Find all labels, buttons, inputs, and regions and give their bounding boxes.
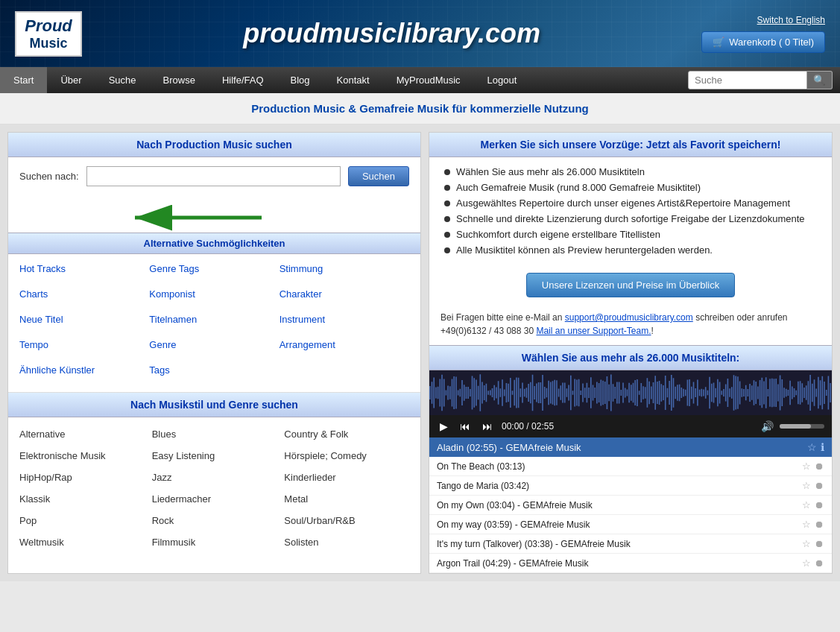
genre-hiphop[interactable]: HipHop/Rap xyxy=(19,472,145,483)
search-row: Suchen nach: Suchen xyxy=(8,157,420,195)
track-play-icon[interactable]: ⏺ xyxy=(815,519,824,530)
play-button[interactable]: ▶ xyxy=(437,419,451,434)
track-star-icon[interactable]: ☆ xyxy=(802,499,811,511)
genre-jazz[interactable]: Jazz xyxy=(152,472,277,483)
top-right-area: Switch to English 🛒 Warenkorb ( 0 Titel) xyxy=(701,15,825,53)
support-email-link[interactable]: support@proudmusiclibrary.com xyxy=(565,312,693,323)
nav-search-button[interactable]: 🔍 xyxy=(807,71,833,89)
feature-item: Alle Musiktitel können als Preview herun… xyxy=(444,244,817,256)
link-genre[interactable]: Genre xyxy=(149,338,279,352)
nav-logout[interactable]: Logout xyxy=(474,67,531,93)
features-title: Merken Sie sich unsere Vorzüge: Jetzt al… xyxy=(429,133,832,157)
link-charakter[interactable]: Charakter xyxy=(280,287,409,301)
feature-item: Suchkomfort durch eigene erstellbare Tit… xyxy=(444,229,817,240)
nav-hilfe[interactable]: Hilfe/FAQ xyxy=(209,67,277,93)
genre-weltmusik[interactable]: Weltmusik xyxy=(19,537,145,548)
genre-blues[interactable]: Blues xyxy=(152,429,277,440)
cart-icon: 🛒 xyxy=(713,37,724,48)
track-star-icon[interactable]: ☆ xyxy=(802,519,811,530)
switch-language-link[interactable]: Switch to English xyxy=(757,15,825,25)
support-team-link[interactable]: Mail an unser Support-Team. xyxy=(536,326,651,336)
track-play-icon[interactable]: ⏺ xyxy=(815,499,824,511)
link-charts[interactable]: Charts xyxy=(19,287,149,301)
link-tags[interactable]: Tags xyxy=(149,363,279,377)
nav-search-area: 🔍 xyxy=(680,67,840,93)
track-star-icon[interactable]: ☆ xyxy=(802,538,811,549)
track-label: Tango de Maria (03:42) xyxy=(437,481,529,491)
link-hot-tracks[interactable]: Hot Tracks xyxy=(19,262,149,276)
license-overview-button[interactable]: Unsere Lizenzen und Preise im Überblick xyxy=(526,273,735,297)
link-neue-titel[interactable]: Neue Titel xyxy=(19,312,149,326)
genre-grid: Alternative Blues Country & Folk Elektro… xyxy=(8,417,420,559)
main-content: Nach Production Music suchen Suchen nach… xyxy=(0,124,840,581)
nav-myproudmusic[interactable]: MyProudMusic xyxy=(383,67,474,93)
nav-search-input[interactable] xyxy=(688,71,807,89)
genre-solisten[interactable]: Solisten xyxy=(284,537,409,548)
main-search-button[interactable]: Suchen xyxy=(348,166,409,186)
time-display: 00:00 / 02:55 xyxy=(502,421,554,432)
subheader: Production Music & Gemafreie Musik für k… xyxy=(0,93,840,124)
link-titelnamen[interactable]: Titelnamen xyxy=(149,312,279,326)
genre-klassik[interactable]: Klassik xyxy=(19,493,145,505)
genre-metal[interactable]: Metal xyxy=(284,493,409,505)
main-search-input[interactable] xyxy=(86,166,341,186)
track-item: On my Own (03:04) - GEMAfreie Musik ☆ ⏺ xyxy=(429,496,832,515)
prev-button[interactable]: ⏮ xyxy=(457,419,473,434)
link-arrangement[interactable]: Arrangement xyxy=(280,338,409,352)
logo-proud: Proud xyxy=(24,16,73,36)
track-label: It's my turn (Talkover) (03:38) - GEMAfr… xyxy=(437,539,631,549)
track-play-icon[interactable]: ⏺ xyxy=(815,480,824,491)
alt-col-1: Hot Tracks Charts Neue Titel Tempo Ähnli… xyxy=(19,262,149,377)
track-label: On my Own (03:04) - GEMAfreie Musik xyxy=(437,500,593,511)
genre-horspiele[interactable]: Hörspiele; Comedy xyxy=(284,450,409,461)
nav-kontakt[interactable]: Kontakt xyxy=(323,67,383,93)
info-icon[interactable]: ℹ xyxy=(821,441,824,453)
top-bar: Proud Music proudmusiclibrary.com Switch… xyxy=(0,0,840,67)
cart-label: Warenkorb ( 0 Titel) xyxy=(729,37,814,48)
track-star-icon[interactable]: ☆ xyxy=(802,557,811,569)
genre-kinderlieder[interactable]: Kinderlieder xyxy=(284,472,409,483)
nav-start[interactable]: Start xyxy=(0,67,47,93)
genre-alternative[interactable]: Alternative xyxy=(19,429,145,440)
link-ahnliche-kunstler[interactable]: Ähnliche Künstler xyxy=(19,363,149,377)
player-controls: ▶ ⏮ ⏭ 00:00 / 02:55 🔊 xyxy=(429,415,832,437)
volume-bar[interactable] xyxy=(780,424,824,429)
left-panel: Nach Production Music suchen Suchen nach… xyxy=(7,132,421,574)
track-play-icon[interactable]: ⏺ xyxy=(815,557,824,569)
feature-item: Schnelle und direkte Lizenzierung durch … xyxy=(444,213,817,224)
nav-browse[interactable]: Browse xyxy=(150,67,209,93)
link-instrument[interactable]: Instrument xyxy=(280,312,409,326)
genre-pop[interactable]: Pop xyxy=(19,515,145,526)
music-section-title: Wählen Sie aus mehr als 26.000 Musiktite… xyxy=(429,345,832,370)
track-item-actions: ☆ ⏺ xyxy=(802,519,824,530)
nav-suche[interactable]: Suche xyxy=(95,67,150,93)
volume-icon: 🔊 xyxy=(761,420,774,432)
green-arrow-icon xyxy=(113,203,262,233)
track-star-icon[interactable]: ☆ xyxy=(802,480,811,491)
genre-elektronische[interactable]: Elektronische Musik xyxy=(19,450,145,461)
link-genre-tags[interactable]: Genre Tags xyxy=(149,262,279,276)
star-icon[interactable]: ☆ xyxy=(807,441,817,453)
genre-rock[interactable]: Rock xyxy=(152,515,277,526)
track-star-icon[interactable]: ☆ xyxy=(802,461,811,472)
link-stimmung[interactable]: Stimmung xyxy=(280,262,409,276)
alt-links: Hot Tracks Charts Neue Titel Tempo Ähnli… xyxy=(8,254,420,385)
bullet-icon xyxy=(444,200,450,206)
next-button[interactable]: ⏭ xyxy=(479,419,496,434)
genre-country-folk[interactable]: Country & Folk xyxy=(284,429,409,440)
link-komponist[interactable]: Komponist xyxy=(149,287,279,301)
arrow-area xyxy=(8,195,420,233)
genre-easy-listening[interactable]: Easy Listening xyxy=(152,450,277,461)
genre-filmmusik[interactable]: Filmmusik xyxy=(152,537,277,548)
track-play-icon[interactable]: ⏺ xyxy=(815,538,824,549)
alt-section-title: Alternative Suchmöglichkeiten xyxy=(8,233,420,254)
link-tempo[interactable]: Tempo xyxy=(19,338,149,352)
bullet-icon xyxy=(444,216,450,222)
feature-item: Auch Gemafreie Musik (rund 8.000 Gemafre… xyxy=(444,182,817,193)
nav-blog[interactable]: Blog xyxy=(277,67,323,93)
cart-button[interactable]: 🛒 Warenkorb ( 0 Titel) xyxy=(701,31,825,53)
track-play-icon[interactable]: ⏺ xyxy=(815,461,824,472)
genre-soul[interactable]: Soul/Urban/R&B xyxy=(284,515,409,526)
nav-uber[interactable]: Über xyxy=(47,67,95,93)
genre-liedermacher[interactable]: Liedermacher xyxy=(152,493,277,505)
